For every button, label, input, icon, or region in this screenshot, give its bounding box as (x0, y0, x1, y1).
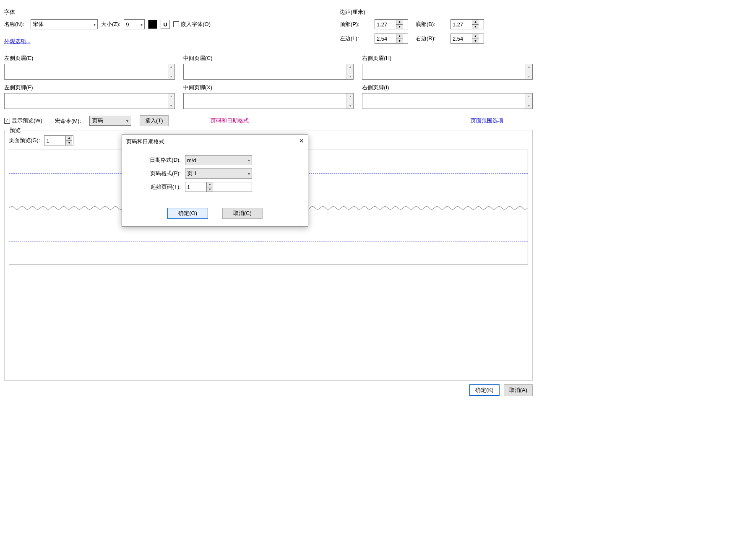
margin-bottom-input[interactable] (451, 20, 472, 29)
center-footer-label: 中间页脚(X) (183, 84, 354, 91)
center-header-label: 中间页眉(C) (183, 54, 354, 62)
preview-page-label: 页面预览(G): (9, 137, 40, 144)
margin-right-input[interactable] (451, 34, 472, 43)
checkbox-icon (173, 21, 179, 27)
margin-top-label: 顶部(P): (340, 21, 367, 28)
spin-down-icon[interactable]: ▼ (396, 25, 403, 29)
spin-down-icon[interactable]: ▼ (396, 39, 403, 44)
center-header-textarea[interactable]: ▴▾ (183, 64, 354, 80)
macro-value: 页码 (92, 117, 103, 124)
spin-down-icon[interactable]: ▼ (207, 187, 213, 192)
ok-button[interactable]: 确定(K) (469, 384, 499, 396)
spin-up-icon[interactable]: ▲ (396, 34, 403, 39)
right-footer-label: 右侧页脚(I) (362, 84, 533, 91)
font-size-label: 大小(Z): (101, 21, 120, 28)
dialog-buttons: 确定(K) 取消(A) (469, 384, 533, 396)
preview-page-spinner[interactable]: ▲▼ (44, 135, 73, 145)
scrollbar[interactable]: ▴▾ (526, 93, 532, 109)
page-date-format-link[interactable]: 页码和日期格式 (211, 117, 249, 124)
start-page-spinner[interactable]: ▲▼ (185, 182, 252, 192)
left-footer-label: 左侧页脚(F) (4, 84, 175, 91)
start-page-input[interactable] (185, 182, 206, 192)
underline-button[interactable]: U (161, 20, 170, 29)
page-format-select[interactable]: 页 1 ▾ (185, 169, 252, 179)
modal-cancel-button[interactable]: 取消(C) (222, 208, 263, 219)
page-format-label: 页码格式(P): (135, 170, 181, 177)
margin-bottom-label: 底部(B): (416, 21, 443, 28)
header-footer-grid: 左侧页眉(E) ▴▾ 中间页眉(C) ▴▾ 右侧页眉(H) ▴▾ 左侧页脚(F)… (4, 54, 533, 109)
center-footer-textarea[interactable]: ▴▾ (183, 93, 354, 109)
close-icon[interactable]: × (299, 138, 304, 145)
start-page-label: 起始页码(T): (135, 183, 181, 191)
font-name-value: 宋体 (33, 21, 44, 28)
margin-left-spinner[interactable]: ▲▼ (375, 34, 408, 44)
chevron-down-icon: ▾ (248, 158, 250, 163)
margin-group-title: 边距(厘米) (340, 8, 533, 16)
font-size-value: 9 (126, 21, 129, 28)
spin-up-icon[interactable]: ▲ (66, 136, 72, 141)
margin-guide-line (9, 241, 528, 241)
page-format-value: 页 1 (187, 170, 197, 177)
margin-top-input[interactable] (375, 20, 396, 29)
spin-up-icon[interactable]: ▲ (207, 182, 213, 187)
font-name-select[interactable]: 宋体 ▾ (31, 19, 98, 29)
cancel-button[interactable]: 取消(A) (504, 384, 533, 396)
scrollbar[interactable]: ▴▾ (168, 64, 174, 79)
date-format-label: 日期格式(D): (135, 156, 181, 164)
preview-page-input[interactable] (44, 136, 65, 145)
page-date-format-dialog: 页码和日期格式 × 日期格式(D): m/d ▾ 页码格式(P): 页 1 ▾ … (122, 134, 308, 227)
right-header-textarea[interactable]: ▴▾ (362, 64, 533, 80)
chevron-down-icon: ▾ (141, 22, 143, 27)
left-footer-textarea[interactable]: ▴▾ (4, 93, 175, 109)
right-header-label: 右侧页眉(H) (362, 54, 533, 62)
spin-up-icon[interactable]: ▲ (472, 20, 479, 25)
preview-group-title: 预览 (8, 127, 22, 134)
scrollbar[interactable]: ▴▾ (346, 64, 353, 79)
spin-down-icon[interactable]: ▼ (472, 25, 479, 29)
font-name-label: 名称(N): (4, 21, 27, 28)
show-preview-checkbox[interactable]: 显示预览(W) (4, 117, 42, 124)
spin-up-icon[interactable]: ▲ (396, 20, 403, 25)
margin-right-spinner[interactable]: ▲▼ (450, 34, 484, 44)
checkbox-checked-icon (4, 118, 10, 124)
font-size-select[interactable]: 9 ▾ (124, 19, 145, 29)
page-range-options-link[interactable]: 页面范围选项 (471, 117, 503, 124)
margin-group: 边距(厘米) 顶部(P): ▲▼ 底部(B): ▲▼ 左边(L): ▲▼ 右边(… (340, 8, 533, 44)
spin-up-icon[interactable]: ▲ (472, 34, 479, 39)
margin-top-spinner[interactable]: ▲▼ (375, 19, 408, 29)
macro-select[interactable]: 页码 ▾ (89, 116, 131, 126)
chevron-down-icon: ▾ (126, 119, 128, 123)
scrollbar[interactable]: ▴▾ (168, 93, 174, 109)
date-format-value: m/d (187, 157, 196, 163)
margin-bottom-spinner[interactable]: ▲▼ (450, 19, 484, 29)
margin-left-input[interactable] (375, 34, 396, 43)
font-group: 字体 名称(N): 宋体 ▾ 大小(Z): 9 ▾ U 嵌入字体(O) (4, 8, 226, 29)
date-format-select[interactable]: m/d ▾ (185, 155, 252, 165)
scrollbar[interactable]: ▴▾ (346, 93, 353, 109)
modal-ok-button[interactable]: 确定(O) (167, 208, 208, 219)
spin-down-icon[interactable]: ▼ (472, 39, 479, 44)
options-row: 显示预览(W) 宏命令(M): 页码 ▾ 插入(T) 页码和日期格式 页面范围选… (4, 115, 533, 126)
chevron-down-icon: ▾ (248, 171, 250, 176)
insert-button[interactable]: 插入(T) (140, 115, 169, 126)
left-header-textarea[interactable]: ▴▾ (4, 64, 175, 80)
margin-right-label: 右边(R): (416, 35, 443, 42)
appearance-options-link[interactable]: 外观选项... (4, 38, 31, 45)
margin-left-label: 左边(L): (340, 35, 367, 42)
left-header-label: 左侧页眉(E) (4, 54, 175, 62)
embed-font-label: 嵌入字体(O) (181, 21, 211, 28)
macro-label: 宏命令(M): (55, 119, 81, 123)
font-color-swatch[interactable] (148, 20, 157, 29)
scrollbar[interactable]: ▴▾ (526, 64, 532, 79)
right-footer-textarea[interactable]: ▴▾ (362, 93, 533, 109)
embed-font-checkbox[interactable]: 嵌入字体(O) (173, 21, 211, 28)
show-preview-label: 显示预览(W) (12, 117, 42, 124)
spin-down-icon[interactable]: ▼ (66, 141, 72, 145)
chevron-down-icon: ▾ (94, 22, 96, 27)
modal-title: 页码和日期格式 (126, 138, 164, 145)
font-group-title: 字体 (4, 8, 226, 16)
